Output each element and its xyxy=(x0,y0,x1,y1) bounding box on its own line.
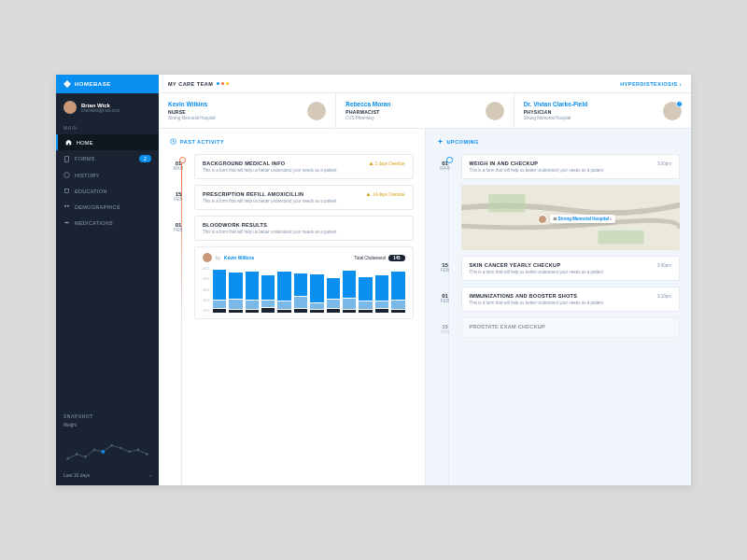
svg-point-15 xyxy=(146,453,148,455)
item-time: 3:00pm xyxy=(657,263,671,268)
svg-point-6 xyxy=(66,457,69,460)
main: MY CARE TEAM HYPERDISTEXIOSIS › Kevin Wi… xyxy=(159,75,691,485)
nav-label: HISTORY xyxy=(75,173,99,178)
svg-point-10 xyxy=(101,450,105,454)
topbar-condition[interactable]: HYPERDISTEXIOSIS › xyxy=(620,81,682,87)
metric-value: 145 xyxy=(388,255,405,261)
timeline-line xyxy=(181,159,182,485)
overdue-badge: 14 days Overdue xyxy=(366,192,404,197)
brand-bar[interactable]: HOMEBASE xyxy=(56,75,159,93)
team-role: NURSE xyxy=(168,109,216,115)
svg-point-13 xyxy=(128,450,131,453)
item-title: PRESCRIPTION REFILL AMOXICILLIN xyxy=(203,191,303,197)
upcoming-item[interactable]: 15FEB SKIN CANCER YEARLY CHECKUP3:00pm T… xyxy=(461,256,681,281)
nav: HOME FORMS2 HISTORY EDUCATION DEMOGRAPHI… xyxy=(56,134,159,231)
nav-label: HOME xyxy=(77,140,93,146)
item-title: WEIGH IN AND CHECKUP xyxy=(470,161,539,166)
item-desc: This is a form that will help us better … xyxy=(203,168,405,173)
item-title: SKIN CANCER YEARLY CHECKUP xyxy=(470,262,561,268)
team-name: Dr. Vivian Clarke-Field xyxy=(524,101,588,107)
item-title: IMMUNIZATIONS AND BOOSTER SHOTS xyxy=(470,293,578,299)
care-team-row: Kevin WilkinsNURSEStrong Memorial Hospit… xyxy=(159,93,691,129)
team-name: Kevin Wilkins xyxy=(168,101,216,107)
svg-point-3 xyxy=(64,205,66,207)
avatar xyxy=(486,102,504,120)
activity-item[interactable]: 15FEB PRESCRIPTION REFILL AMOXICILLIN14 … xyxy=(194,185,414,210)
team-role: PHARMACIST xyxy=(345,109,390,115)
overdue-badge: 2 days Overdue xyxy=(369,161,405,166)
item-desc: This is a form that will help us better … xyxy=(203,230,405,234)
upcoming-item[interactable]: 01MAR WEIGH IN AND CHECKUP3:00pm This is… xyxy=(461,154,681,179)
item-desc: This is a form that will help us better … xyxy=(470,168,672,173)
nav-forms[interactable]: FORMS2 xyxy=(56,150,159,167)
metric-label: Total Cholesterol xyxy=(354,256,386,260)
svg-rect-5 xyxy=(64,222,68,223)
item-time: 3:10pm xyxy=(657,294,671,299)
item-time: 3:00pm xyxy=(657,161,671,166)
team-org: CVS Pharmacy xyxy=(345,116,390,120)
topbar-title: MY CARE TEAM xyxy=(168,81,213,87)
snapshot-title: SNAPSHOT xyxy=(63,413,151,419)
user-block[interactable]: Brian Wick brianwick@mail.com xyxy=(56,93,159,121)
nav-label: MEDICATIONS xyxy=(75,220,113,226)
nav-medications[interactable]: MEDICATIONS xyxy=(56,215,159,231)
snapshot-sparkline xyxy=(63,431,151,469)
item-desc: This is a form that will help us better … xyxy=(470,270,672,274)
app-window: HOMEBASE Brian Wick brianwick@mail.com M… xyxy=(56,75,691,485)
svg-rect-18 xyxy=(488,194,525,213)
clipboard-icon xyxy=(63,156,70,162)
column-header: UPCOMING xyxy=(437,138,681,145)
activity-item[interactable]: 01FEB BLOODWORK RESULTS This is a form t… xyxy=(194,216,414,241)
avatar xyxy=(63,101,77,114)
nav-label: DEMOGRAPHICS xyxy=(75,204,120,210)
svg-point-4 xyxy=(67,205,69,207)
avatar: ! xyxy=(663,102,682,120)
user-email: brianwick@mail.com xyxy=(81,108,120,113)
upcoming-item[interactable]: 15JAN PROSTATE EXAM CHECKUP xyxy=(461,317,681,338)
team-name: Rebecca Moran xyxy=(345,101,390,107)
brand-logo-icon xyxy=(63,80,71,88)
svg-rect-0 xyxy=(64,156,68,161)
avatar xyxy=(538,215,547,224)
column-header: PAST ACTIVITY xyxy=(170,138,414,145)
sidebar: HOMEBASE Brian Wick brianwick@mail.com M… xyxy=(56,75,159,485)
avatar xyxy=(307,102,326,120)
map[interactable]: at Strong Memorial Hospital › xyxy=(461,185,681,250)
home-icon xyxy=(65,139,72,146)
nav-demographics[interactable]: DEMOGRAPHICS xyxy=(56,199,159,215)
warning-icon xyxy=(366,192,371,197)
map-pin[interactable]: at Strong Memorial Hospital › xyxy=(538,215,615,224)
activity-item[interactable]: 01MAR BACKGROUND MEDICAL INFO2 days Over… xyxy=(194,154,414,179)
nav-label: FORMS xyxy=(75,156,94,161)
svg-point-7 xyxy=(76,453,78,455)
team-card[interactable]: Rebecca MoranPHARMACISTCVS Pharmacy xyxy=(336,93,514,128)
item-desc: This is a form that will help us better … xyxy=(470,301,672,305)
svg-point-9 xyxy=(92,449,95,452)
svg-point-14 xyxy=(136,449,139,452)
team-card[interactable]: Dr. Vivian Clarke-FieldPHYSICIANStrong M… xyxy=(514,93,691,128)
cholesterol-chart: by Kevin Wilkins Total Cholesterol145 50… xyxy=(194,246,414,319)
chevron-right-icon[interactable]: › xyxy=(149,472,151,478)
nav-home[interactable]: HOME xyxy=(56,134,159,150)
nav-education[interactable]: EDUCATION xyxy=(56,183,159,199)
timeline-line xyxy=(448,159,449,485)
map-location: Strong Memorial Hospital xyxy=(558,217,610,221)
upcoming-item[interactable]: 01FEB IMMUNIZATIONS AND BOOSTER SHOTS3:1… xyxy=(461,287,681,312)
plus-icon xyxy=(437,138,444,145)
svg-point-8 xyxy=(84,455,87,458)
svg-point-1 xyxy=(64,173,70,178)
upcoming-column: UPCOMING 01MAR WEIGH IN AND CHECKUP3:00p… xyxy=(425,129,692,485)
team-card[interactable]: Kevin WilkinsNURSEStrong Memorial Hospit… xyxy=(159,93,336,128)
svg-rect-2 xyxy=(64,189,68,192)
bar-chart: 500400300200100 xyxy=(203,266,405,313)
avatar xyxy=(203,253,212,262)
chart-author: Kevin Wilkins xyxy=(224,255,254,260)
alert-badge: ! xyxy=(676,101,683,107)
topbar: MY CARE TEAM HYPERDISTEXIOSIS › xyxy=(159,75,691,93)
history-icon xyxy=(170,138,176,145)
book-icon xyxy=(63,188,70,194)
users-icon xyxy=(63,203,70,210)
svg-point-11 xyxy=(110,444,113,447)
snapshot-legend: Weight xyxy=(63,423,151,427)
nav-history[interactable]: HISTORY xyxy=(56,167,159,183)
